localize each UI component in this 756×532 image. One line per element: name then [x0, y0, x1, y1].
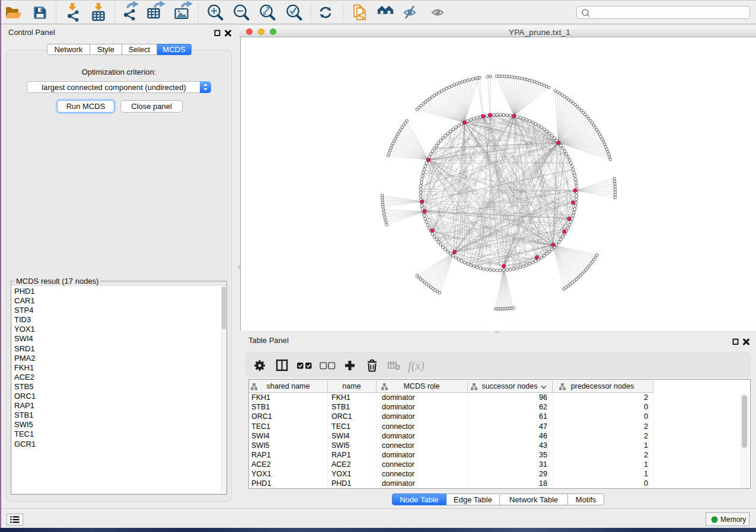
svg-text:f(x): f(x)	[408, 359, 425, 373]
